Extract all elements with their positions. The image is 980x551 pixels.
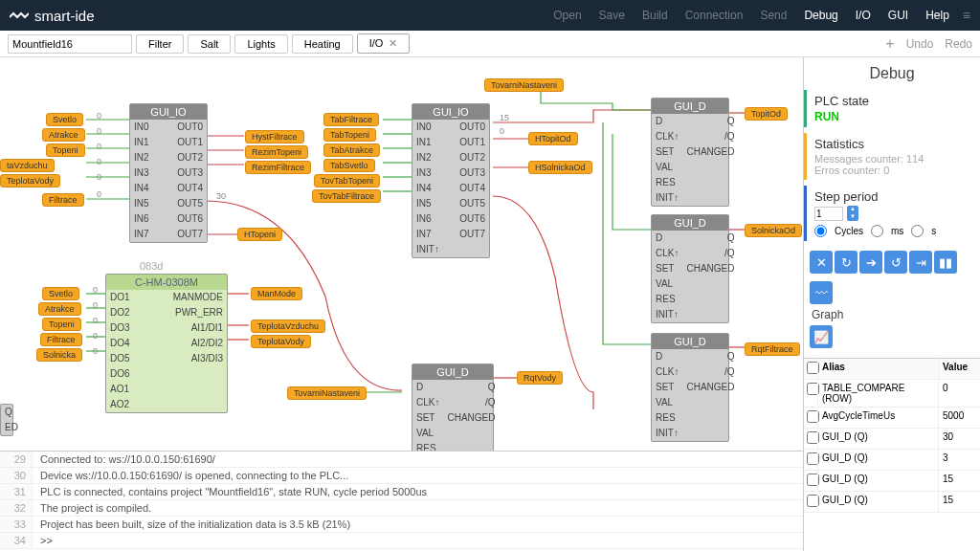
logo: smart-ide [10,8,95,24]
redo-button[interactable]: Redo [945,37,972,51]
menu-debug[interactable]: Debug [804,9,837,22]
tab-filter[interactable]: Filter [136,34,184,54]
plc-state-label: PLC state [814,94,972,108]
graph-icon[interactable]: 📈 [810,325,833,348]
radio-cycles[interactable] [814,225,827,237]
tag-htopitod[interactable]: HTopitOd [528,132,578,145]
step-over-icon[interactable]: ⇥ [909,251,932,274]
tag-tovtabfiltrace[interactable]: TovTabFiltrace [312,189,381,203]
tag-solnickaod[interactable]: SolnickaOd [745,224,802,237]
add-tab-button[interactable]: + [885,35,894,53]
project-name-input[interactable] [8,34,132,54]
toolbar: Filter Salt Lights Heating I/O✕ + Undo R… [0,31,980,57]
tag-hystfiltrace[interactable]: HystFiltrace [245,130,304,143]
step-period-label: Step period [814,189,972,204]
console: 29Connected to: ws://10.0.0.150:61690/30… [0,451,803,551]
chart-line-icon[interactable]: 〰 [810,281,833,304]
menu-build[interactable]: Build [642,9,668,22]
menu-help[interactable]: Help [925,9,949,22]
block-gui-io-2[interactable]: GUI_IO IN0IN1IN2IN3IN4IN5IN6IN7INIT↑ OUT… [412,103,490,258]
sidebar-title: Debug [804,57,980,90]
graph-label: Graph [804,308,980,321]
menu-send[interactable]: Send [760,9,787,22]
tag-solnicka[interactable]: Solnicka [36,348,82,362]
block-gui-d-3[interactable]: GUI_D DCLK↑SETVALRESINIT↑Q/QCHANGED [651,333,729,442]
block-gui-d-1[interactable]: GUI_D DCLK↑SETVALRESINIT↑Q/QCHANGED [651,98,729,207]
tag-tovtabtopeni[interactable]: TovTabTopeni [314,174,380,187]
block-gui-d-2[interactable]: GUI_D DCLK↑SETVALRESINIT↑Q/QCHANGED [651,214,729,323]
variable-table: Alias Value TABLE_COMPARE (ROW)0AvgCycle… [804,358,980,551]
block-chm[interactable]: C-HM-0308M DO1DO2DO3DO4DO5DO6AO1AO2MANMO… [105,274,228,413]
block-edge[interactable]: QED [0,404,13,436]
tag-svetlo[interactable]: Svetlo [46,113,83,126]
stop-icon[interactable]: ✕ [810,251,833,274]
menu-io[interactable]: I/O [856,9,871,22]
topbar: smart-ide Open Save Build Connection Sen… [0,0,980,31]
tag-topeni[interactable]: Topeni [46,143,85,157]
tag-topitod[interactable]: TopitOd [745,107,788,121]
block-gui-io-1[interactable]: GUI_IO IN0IN1IN2IN3IN4IN5IN6IN7 OUT0OUT1… [129,103,208,243]
block-gui-d-4[interactable]: GUI_D DCLK↑SETVALRESINIT↑Q/QCHANGED [412,364,494,451]
tag-tabatrakce[interactable]: TabAtrakce [323,143,380,157]
tag-topeni-2[interactable]: Topeni [42,318,81,331]
step-forward-icon[interactable]: ➔ [859,251,882,274]
block-title: GUI_IO [130,104,207,120]
tag-manmode[interactable]: ManMode [251,287,302,300]
line-number: 29 [0,452,33,467]
tag-tabsvetlo[interactable]: TabSvetlo [323,159,375,172]
tag-tovarninastaveni-2[interactable]: TovarniNastaveni [287,386,367,400]
table-row[interactable]: AvgCycleTimeUs5000 [804,408,980,429]
table-row[interactable]: GUI_D (Q)3 [804,450,980,471]
radio-s[interactable] [911,225,924,237]
tab-lights[interactable]: Lights [234,34,287,54]
tag-rezimfiltrace[interactable]: RezimFiltrace [245,161,311,174]
tag-svetlo-2[interactable]: Svetlo [42,287,79,300]
tag-tovarninastaveni[interactable]: TovarniNastaveni [484,78,564,92]
line-number: 31 [0,484,33,499]
tab-io[interactable]: I/O✕ [357,33,411,54]
console-text: Project has been built, size of the init… [33,517,358,532]
tag-atrakce[interactable]: Atrakce [42,128,85,142]
menu-gui[interactable]: GUI [888,9,908,22]
table-row[interactable]: GUI_D (Q)15 [804,492,980,513]
tag-filtrace[interactable]: Filtrace [42,193,84,207]
tag-hsolnickaod[interactable]: HSolnickaOd [528,161,592,174]
block-sublabel: 083d [140,260,163,272]
diagram-canvas[interactable]: GUI_IO IN0IN1IN2IN3IN4IN5IN6IN7 OUT0OUT1… [0,57,803,451]
step-period-input[interactable] [814,207,843,221]
statistics-label: Statistics [814,137,972,151]
tag-atrakce-2[interactable]: Atrakce [38,302,81,316]
tag-tabtopeni[interactable]: TabTopeni [323,128,376,142]
tag-tabfiltrace[interactable]: TabFiltrace [323,113,379,126]
tag-rqtfiltrace[interactable]: RqtFiltrace [745,342,800,356]
menu-connection[interactable]: Connection [685,9,744,22]
tag-rqtvody[interactable]: RqtVody [517,371,563,385]
console-text: The project is compiled. [33,500,159,516]
tab-heating[interactable]: Heating [292,34,353,54]
tag-htopeni[interactable]: HTopeni [237,228,282,241]
tag-filtrace-2[interactable]: Filtrace [40,333,82,346]
tag-tavzduchu[interactable]: taVzduchu [0,159,55,172]
tag-teplotavody-2[interactable]: TeplotaVody [251,335,311,348]
step-back-icon[interactable]: ↺ [884,251,907,274]
value-30: 30 [216,191,226,201]
messages-counter: Messages counter: 114 [814,153,972,165]
refresh-icon[interactable]: ↻ [835,251,858,274]
table-row[interactable]: TABLE_COMPARE (ROW)0 [804,380,980,408]
tab-salt[interactable]: Salt [188,34,231,54]
table-row[interactable]: GUI_D (Q)30 [804,429,980,450]
block-title: GUI_IO [412,104,489,120]
radio-ms[interactable] [871,225,883,237]
undo-button[interactable]: Undo [906,37,934,51]
hamburger-icon[interactable]: ≡ [963,8,970,23]
table-row[interactable]: GUI_D (Q)15 [804,471,980,492]
close-icon[interactable]: ✕ [389,37,397,49]
tag-teplotavody[interactable]: TeplotaVody [0,174,60,187]
tag-teplotavzduchu[interactable]: TeplotaVzduchu [251,320,325,333]
tag-rezimtopeni[interactable]: RezimTopeni [245,145,308,159]
pause-icon[interactable]: ▮▮ [934,251,957,274]
step-spinner[interactable]: ▲▼ [847,206,858,221]
console-text: Connected to: ws://10.0.0.150:61690/ [33,452,223,467]
menu-save[interactable]: Save [599,9,625,22]
menu-open[interactable]: Open [553,9,581,22]
